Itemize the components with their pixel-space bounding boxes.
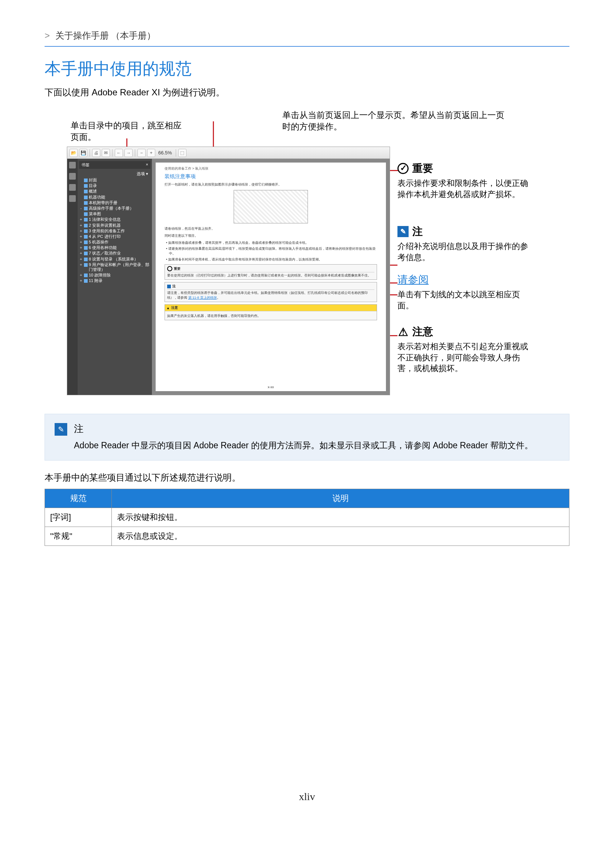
- bookmark-item[interactable]: 目录: [79, 183, 151, 189]
- next-page-button[interactable]: →: [124, 149, 133, 157]
- save-button[interactable]: 💾: [79, 149, 87, 157]
- doc-important-body: 要在使用过的纸张（已经打印过的纸张）上进行复印时，请勿使用装订或者夹在一起的纸张…: [167, 273, 375, 278]
- reader-toolbar: 📂 💾 🖨 ✉ ← → − + 66.5% ⬚: [67, 147, 390, 159]
- doc-small2: 同时请注意以下项目。: [165, 233, 377, 238]
- bookmark-options[interactable]: 选项 ▾: [79, 170, 151, 177]
- bookmark-item[interactable]: -高级操作手册（本手册）: [79, 206, 151, 211]
- important-icon: [398, 163, 409, 174]
- doc-important-hdr: 重要: [167, 266, 375, 273]
- diagram: 单击目录中的项目，跳至相应页面。 单击从当前页返回上一个显示页。希望从当前页返回…: [45, 110, 569, 399]
- bookmark-item[interactable]: +8 设置与登录 （系统菜单）: [79, 256, 151, 262]
- rendered-doc-page: 使用前的准备工作 > 装入纸张 装纸注意事项 打开一包新纸时，请在装入前按照如图…: [155, 163, 386, 391]
- table-header-convention: 规范: [45, 489, 112, 508]
- bookmark-item[interactable]: +2 安装并设置机器: [79, 223, 151, 228]
- bookmark-item[interactable]: 本机附带的手册: [79, 200, 151, 206]
- pointer-line: [213, 121, 214, 149]
- anno-caution-desc: 表示若对相关要点不引起充分重视或不正确执行，则可能会导致人身伤害，或机械损坏。: [398, 341, 531, 374]
- table-intro: 本手册中的某些项目通过以下所述规范进行说明。: [45, 472, 569, 484]
- bookmark-item[interactable]: +3 使用前的准备工作: [79, 228, 151, 234]
- adobe-reader-window: 📂 💾 🖨 ✉ ← → − + 66.5% ⬚ 书签: [67, 147, 390, 395]
- bookmark-item[interactable]: +1 法律和安全信息: [79, 217, 151, 222]
- doc-note-hdr: 注: [167, 284, 375, 290]
- caution-icon: ⚠: [398, 326, 409, 337]
- doc-caution-box: 注意 如果产生的灰尘落入机器，请在用手触摸，否则可能导致灼伤。: [165, 304, 377, 320]
- anno-note: ✎注 介绍补充说明信息以及用于操作的参考信息。: [398, 225, 531, 263]
- print-button[interactable]: 🖨: [92, 149, 100, 157]
- bookmark-item[interactable]: +7 状态／取消作业: [79, 251, 151, 256]
- bookmark-title: 书签: [81, 162, 90, 168]
- anno-caution: ⚠注意 表示若对相关要点不引起充分重视或不正确执行，则可能会导致人身伤害，或机械…: [398, 325, 531, 374]
- breadcrumb: > 关于操作手册 （本手册）: [45, 30, 569, 47]
- doc-page-number: x-xx: [268, 385, 274, 389]
- anno-important-title: 重要: [412, 161, 433, 175]
- bookmark-item[interactable]: +5 机器操作: [79, 239, 151, 245]
- anno-note-desc: 介绍补充说明信息以及用于操作的参考信息。: [398, 241, 531, 263]
- bookmarks-panel-icon[interactable]: [69, 173, 76, 180]
- table-cell: [字词]: [45, 508, 112, 527]
- page-note-body: Adobe Reader 中显示的项目因 Adobe Reader 的使用方法而…: [74, 439, 533, 452]
- doc-important-box: 重要 要在使用过的纸张（已经打印过的纸张）上进行复印时，请勿使用装订或者夹在一起…: [165, 264, 377, 280]
- open-file-button[interactable]: 📂: [70, 149, 78, 157]
- bookmark-item[interactable]: 封面: [79, 177, 151, 183]
- page-number: xliv: [45, 791, 569, 803]
- zoom-out-button[interactable]: −: [137, 149, 146, 157]
- doc-reference-link[interactable]: 第 11-8 页上的纸张: [188, 296, 217, 299]
- doc-caution-hdr: 注意: [165, 305, 377, 312]
- doc-bullet: • 如果准备长时间不使用本机，请从纸盒中取出所有纸张并将其密封保存在纸张包装袋内…: [169, 257, 377, 262]
- anno-note-title: 注: [412, 225, 423, 239]
- bookmark-panel: 书签 × 选项 ▾ 封面目录概述机器功能本机附带的手册-高级操作手册（本手册）菜…: [78, 159, 152, 395]
- paper-fan-illustration: [234, 190, 308, 223]
- note-icon: ✎: [54, 423, 67, 436]
- zoom-level: 66.5%: [157, 150, 174, 155]
- breadcrumb-caret: >: [45, 30, 50, 40]
- doc-small1: 请卷动纸张，然后在平面上拍齐。: [165, 226, 377, 231]
- note-icon: ✎: [398, 226, 409, 237]
- doc-note-box: 注 请注意，有些类型的纸张易于卷曲，并可能在出纸单元处卡纸。如果使用特殊纸张（如…: [165, 282, 377, 302]
- doc-bullet: • 请避免将拆封的纸张暴露在高温和高湿环境下，纸张受潮会造成复印故障。将纸张装入…: [169, 246, 377, 256]
- bookmark-item[interactable]: +10 故障排除: [79, 273, 151, 278]
- anno-important-desc: 表示操作要求和限制条件，以便正确操作本机并避免机器或财产损坏。: [398, 178, 531, 200]
- bookmark-header: 书签 ×: [79, 161, 151, 169]
- breadcrumb-text: 关于操作手册 （本手册）: [55, 30, 156, 40]
- anno-reference: 请参阅 单击有下划线的文本以跳至相应页面。: [398, 273, 531, 311]
- doc-sub: 打开一包新纸时，请在装入前按照如图所示步骤卷动纸张，使得它们稍微错开。: [165, 182, 377, 187]
- bookmark-item[interactable]: +4 从 PC 进行打印: [79, 234, 151, 239]
- bookmark-close-icon[interactable]: ×: [146, 162, 148, 168]
- table-cell: 表示信息或设定。: [112, 527, 569, 546]
- bookmark-item[interactable]: 概述: [79, 189, 151, 194]
- bookmark-item[interactable]: +11 附录: [79, 278, 151, 284]
- conventions-table: 规范 说明 [字词] 表示按键和按钮。 "常规" 表示信息或设定。: [45, 489, 569, 546]
- callout-back-page: 单击从当前页返回上一个显示页。希望从当前页返回上一页时的方便操作。: [282, 110, 513, 132]
- tools-button[interactable]: ⬚: [178, 149, 187, 157]
- bookmark-item[interactable]: +6 使用各种功能: [79, 245, 151, 251]
- side-iconbar: [67, 159, 78, 395]
- pages-panel-icon[interactable]: [69, 162, 76, 169]
- bookmark-item[interactable]: 菜单图: [79, 211, 151, 217]
- prev-page-button[interactable]: ←: [115, 149, 123, 157]
- table-header-description: 说明: [112, 489, 569, 508]
- table-row: "常规" 表示信息或设定。: [45, 527, 569, 546]
- anno-reference-desc: 单击有下划线的文本以跳至相应页面。: [398, 289, 531, 311]
- zoom-in-button[interactable]: +: [147, 149, 155, 157]
- table-cell: 表示按键和按钮。: [112, 508, 569, 527]
- doc-breadcrumb: 使用前的准备工作 > 装入纸张: [165, 166, 377, 171]
- table-cell: "常规": [45, 527, 112, 546]
- mail-button[interactable]: ✉: [102, 149, 110, 157]
- anno-important: 重要 表示操作要求和限制条件，以便正确操作本机并避免机器或财产损坏。: [398, 161, 531, 200]
- doc-section-title: 装纸注意事项: [165, 173, 377, 180]
- intro-text: 下面以使用 Adobe Reader XI 为例进行说明。: [45, 87, 569, 98]
- page-note-title: 注: [74, 422, 533, 435]
- reference-link[interactable]: 请参阅: [398, 273, 429, 287]
- doc-caution-body: 如果产生的灰尘落入机器，请在用手触摸，否则可能导致灼伤。: [165, 312, 377, 320]
- signatures-icon[interactable]: [69, 184, 76, 191]
- anno-caution-title: 注意: [412, 325, 433, 339]
- bookmark-item[interactable]: +9 用户验证和帐户（用户登录、部门管理）: [79, 262, 151, 273]
- table-row: [字词] 表示按键和按钮。: [45, 508, 569, 527]
- page-title: 本手册中使用的规范: [45, 58, 569, 80]
- attachments-icon[interactable]: [69, 195, 76, 202]
- bookmark-item[interactable]: 机器功能: [79, 194, 151, 200]
- page-note-box: ✎ 注 Adobe Reader 中显示的项目因 Adobe Reader 的使…: [45, 414, 569, 460]
- doc-bullet: • 如果纸张卷曲或者折叠，请将其抚平，然后再装入纸盒。卷曲或者折叠的纸张可能会造…: [169, 240, 377, 245]
- doc-note-body: 请注意，有些类型的纸张易于卷曲，并可能在出纸单元处卡纸。如果使用特殊纸张（如信笺…: [167, 291, 375, 300]
- content-pane: 使用前的准备工作 > 装入纸张 装纸注意事项 打开一包新纸时，请在装入前按照如图…: [152, 159, 390, 395]
